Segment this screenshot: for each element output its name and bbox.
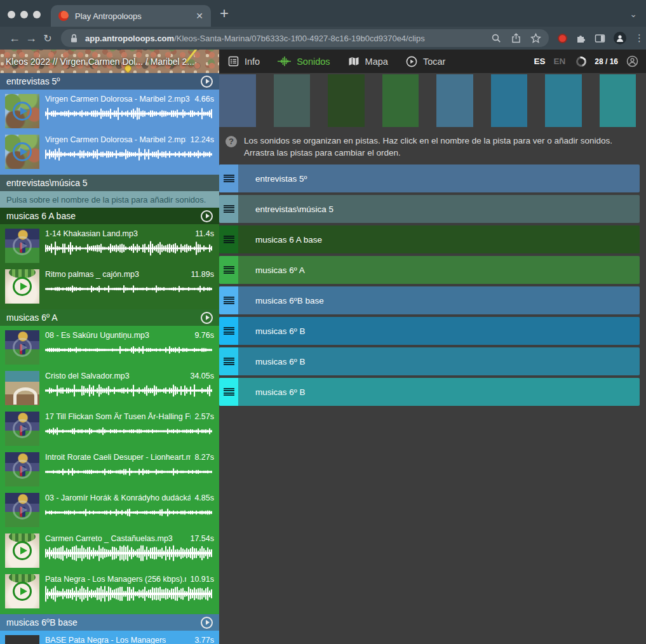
address-bar[interactable]: app.antropoloops.com /Kleos-Santa-Marina… (61, 29, 549, 47)
track-row[interactable]: musicas 6º A (219, 256, 640, 284)
language-toggle-es[interactable]: ES (534, 57, 546, 66)
breadcrumb[interactable]: Kleos 2022 // Virgen Carmen Dol... / Mar… (6, 57, 194, 67)
clip-play-icon[interactable] (13, 102, 32, 121)
clip-section-header[interactable]: entrevistas\música 5 (0, 175, 219, 191)
clip-section-header[interactable]: musicas 6 A base (0, 208, 219, 224)
track-drag-handle[interactable] (219, 378, 238, 406)
palette-swatch-5[interactable] (436, 74, 473, 127)
clip-name[interactable]: Introit Rorate Caeli Desuper - Lionheart… (45, 453, 191, 462)
palette-swatch-4[interactable] (382, 74, 419, 127)
track-drag-handle[interactable] (219, 225, 238, 253)
clip-waveform[interactable] (45, 281, 212, 297)
clip-play-icon[interactable] (13, 142, 32, 161)
palette-swatch-7[interactable] (545, 74, 582, 127)
track-drag-handle[interactable] (219, 317, 238, 345)
palette-swatch-1[interactable] (219, 74, 256, 127)
clip-thumbnail[interactable] (5, 371, 39, 405)
clip-play-icon[interactable] (13, 419, 32, 438)
clip-item[interactable]: Carmen Carreto _ Castañuelas.mp317.54s (0, 531, 219, 572)
language-toggle-en[interactable]: EN (554, 57, 566, 66)
clip-waveform[interactable] (45, 146, 212, 163)
track-drag-handle[interactable] (219, 256, 238, 284)
clip-name[interactable]: Virgen Carmen Dolorosa - Maribel 2.mp3 (45, 135, 186, 144)
clip-section-header[interactable]: musicas 6º A (0, 309, 219, 326)
tab-close-icon[interactable]: ✕ (196, 11, 203, 20)
clip-thumbnail[interactable] (5, 574, 39, 608)
zoom-window-icon[interactable] (33, 11, 41, 18)
clip-name[interactable]: Virgen Carmen Dolorosa - Maribel 2.mp3 (45, 95, 190, 104)
track-row[interactable]: musicas 6º B (219, 378, 640, 406)
clip-item[interactable]: Cristo del Salvador.mp334.05s (0, 368, 219, 409)
record-icon[interactable] (558, 34, 567, 43)
track-row[interactable]: entrevistas 5º (219, 164, 640, 192)
clip-waveform[interactable] (45, 382, 212, 399)
zoom-icon[interactable] (491, 33, 502, 44)
clip-name[interactable]: Cristo del Salvador.mp3 (45, 372, 130, 380)
clip-section-title[interactable]: musicas 6 A base (6, 211, 76, 221)
track-row[interactable]: musicas 6 A base (219, 225, 640, 253)
clip-thumbnail[interactable] (5, 533, 39, 568)
new-tab-button[interactable]: + (220, 10, 229, 17)
extensions-icon[interactable] (575, 33, 586, 44)
traffic-lights[interactable] (0, 11, 51, 27)
track-name[interactable]: musicas 6 A base (238, 225, 322, 253)
nav-tab-sonidos[interactable]: Sonidos (278, 56, 330, 67)
clip-section-title[interactable]: entrevistas\música 5 (6, 178, 88, 188)
nav-tab-info[interactable]: Info (228, 56, 260, 67)
clip-section-title[interactable]: musicas 6ºB base (6, 617, 77, 627)
url-path[interactable]: /Kleos-Santa-Marina/07b6333c-1f00-4927-8… (174, 34, 486, 43)
clip-play-icon[interactable] (13, 541, 32, 560)
clip-waveform[interactable] (45, 240, 212, 257)
clip-waveform[interactable] (45, 105, 212, 122)
clip-name[interactable]: 1-14 Khakasian Land.mp3 (45, 229, 138, 238)
section-play-icon[interactable] (201, 312, 213, 324)
nav-tab-tocar[interactable]: Tocar (406, 56, 445, 67)
track-row[interactable]: entrevistas\música 5 (219, 195, 640, 223)
clip-waveform[interactable] (45, 586, 212, 602)
track-row[interactable]: musicas 6º B (219, 347, 640, 375)
clip-item[interactable]: Virgen Carmen Dolorosa - Maribel 2.mp312… (0, 132, 219, 173)
track-drag-handle[interactable] (219, 286, 238, 314)
browser-tab[interactable]: Play Antropoloops ✕ (51, 5, 211, 27)
track-name[interactable]: musicas 6º A (238, 256, 305, 284)
clip-play-icon[interactable] (13, 500, 32, 520)
clip-section-header[interactable]: musicas 6ºB base (0, 614, 219, 631)
clip-section-title[interactable]: musicas 6º A (6, 312, 58, 323)
clip-thumbnail[interactable] (5, 135, 39, 169)
clip-thumbnail[interactable] (5, 269, 39, 304)
nav-tab-mapa[interactable]: Mapa (348, 56, 388, 67)
clip-item[interactable]: Pata Negra - Los Managers (256 kbps).mp3… (0, 572, 219, 612)
track-drag-handle[interactable] (219, 195, 238, 223)
clip-item[interactable]: 03 - Jaromír Horák & Konrádyho dudácká .… (0, 490, 219, 531)
clip-thumbnail[interactable] (5, 412, 39, 446)
url-domain[interactable]: app.antropoloops.com (85, 34, 174, 43)
clip-play-icon[interactable] (13, 338, 32, 357)
clip-waveform[interactable] (45, 423, 212, 439)
section-play-icon[interactable] (201, 617, 213, 629)
clip-waveform[interactable] (45, 504, 212, 521)
clip-item[interactable]: Virgen Carmen Dolorosa - Maribel 2.mp34.… (0, 91, 219, 132)
track-drag-handle[interactable] (219, 164, 238, 192)
track-name[interactable]: musicas 6º B (238, 347, 305, 375)
clip-thumbnail[interactable] (5, 493, 39, 527)
clip-name[interactable]: 08 - Es Sakūru Uguntiņu.mp3 (45, 331, 149, 340)
clip-thumbnail[interactable] (5, 635, 39, 644)
clip-thumbnail[interactable] (5, 330, 39, 365)
track-name[interactable]: musicas 6º B (238, 378, 305, 406)
track-row[interactable]: musicas 6ºB base (219, 286, 640, 314)
clip-name[interactable]: 03 - Jaromír Horák & Konrádyho dudácká .… (45, 493, 191, 502)
palette-swatch-8[interactable] (600, 74, 636, 127)
clip-item[interactable]: BASE Pata Negra - Los Managers3.77s (0, 633, 219, 644)
reload-button[interactable]: ↻ (39, 32, 56, 44)
clip-play-icon[interactable] (13, 236, 32, 255)
section-play-icon[interactable] (201, 76, 213, 88)
account-icon[interactable] (626, 55, 638, 67)
track-name[interactable]: entrevistas\música 5 (238, 195, 333, 223)
side-panel-icon[interactable] (595, 33, 605, 44)
section-play-icon[interactable] (201, 210, 213, 222)
palette-swatch-6[interactable] (491, 74, 528, 127)
clip-play-icon[interactable] (13, 277, 32, 296)
profile-icon[interactable] (614, 32, 626, 44)
track-name[interactable]: entrevistas 5º (238, 164, 307, 192)
bookmark-star-icon[interactable] (530, 33, 541, 44)
